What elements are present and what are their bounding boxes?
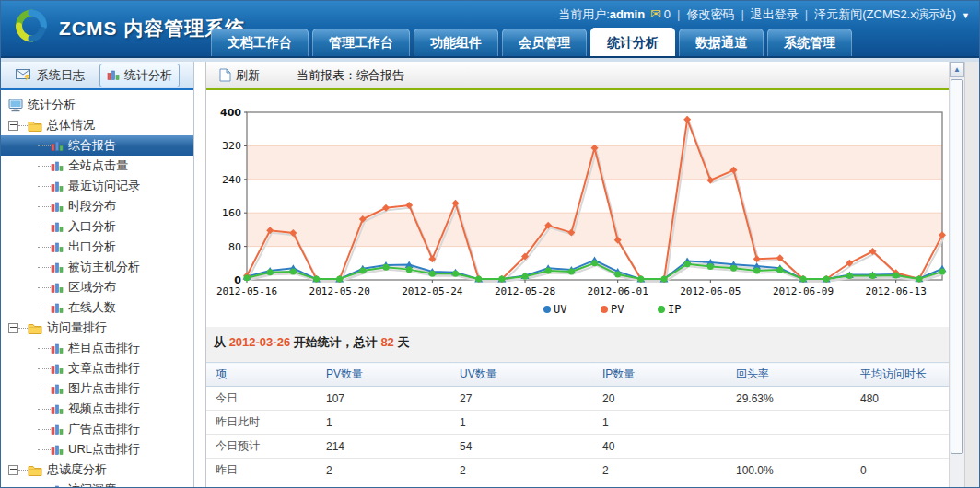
- bar-chart-icon: [51, 201, 64, 213]
- mail-log-icon: [16, 69, 32, 81]
- tree-item-区域分布[interactable]: 区域分布: [1, 277, 193, 297]
- tree-item-时段分布[interactable]: 时段分布: [1, 196, 193, 216]
- svg-text:2012-06-05: 2012-06-05: [680, 285, 741, 297]
- tree-group-忠诚度分析[interactable]: 忠诚度分析: [1, 459, 193, 480]
- tree-connector: [38, 389, 51, 389]
- zcms-window: 当前用户:admin✉0|修改密码|退出登录|泽元新闻(ZCMS2.x演示站)▼…: [0, 0, 980, 488]
- tab-会员管理[interactable]: 会员管理: [502, 29, 587, 56]
- tab-数据通道[interactable]: 数据通道: [679, 29, 764, 56]
- bar-chart-icon: [51, 403, 64, 415]
- report-chart: 0801602403204002012-05-162012-05-202012-…: [216, 103, 948, 321]
- table-header-row: 项PV数量UV数量IP数量回头率平均访问时长: [206, 363, 951, 387]
- tree-item-URL点击排行[interactable]: URL点击排行: [1, 439, 193, 459]
- tree-item-综合报告[interactable]: 综合报告: [1, 135, 193, 156]
- tree-group-总体情况[interactable]: 总体情况: [1, 115, 193, 135]
- tab-系统管理[interactable]: 系统管理: [767, 29, 852, 56]
- table-cell: 107: [317, 387, 450, 411]
- collapse-expander-icon[interactable]: [8, 465, 18, 475]
- refresh-button[interactable]: 刷新: [219, 67, 260, 84]
- tree-item-最近访问记录[interactable]: 最近访问记录: [1, 176, 193, 196]
- tree-label: URL点击排行: [68, 441, 140, 458]
- table-cell: 229: [317, 482, 450, 488]
- sidebar-toggle-系统日志[interactable]: 系统日志: [8, 64, 92, 87]
- scrollbar-thumb[interactable]: [951, 79, 963, 454]
- tree-item-入口分析[interactable]: 入口分析: [1, 216, 193, 237]
- legend-label-IP: IP: [668, 303, 681, 316]
- column-header-IP数量: IP数量: [593, 363, 727, 387]
- toggle-label: 系统日志: [37, 67, 85, 84]
- separator: |: [805, 7, 808, 21]
- tree-item-栏目点击排行[interactable]: 栏目点击排行: [1, 338, 193, 358]
- folder-icon: [28, 322, 42, 334]
- tree-label: 总体情况: [47, 117, 95, 134]
- tree-label: 最近访问记录: [68, 178, 140, 194]
- bar-chart-icon: [51, 484, 64, 488]
- vertical-scrollbar[interactable]: ▲: [949, 62, 964, 487]
- site-selector[interactable]: 泽元新闻(ZCMS2.x演示站): [814, 7, 956, 21]
- table-row-今日预计: 今日预计2145440: [206, 435, 951, 459]
- scrollbar-up-arrow[interactable]: ▲: [950, 62, 964, 77]
- tree-item-文章点击排行[interactable]: 文章点击排行: [1, 358, 193, 378]
- tree-item-全站点击量[interactable]: 全站点击量: [1, 156, 193, 176]
- table-cell: 1: [593, 411, 727, 435]
- table-cell: 40: [593, 435, 727, 459]
- logout-link[interactable]: 退出登录: [751, 7, 799, 21]
- tree-item-访问深度[interactable]: 访问深度: [1, 480, 193, 488]
- sidebar-toggle-统计分析[interactable]: 统计分析: [99, 64, 180, 87]
- separator: |: [741, 7, 743, 21]
- tree-label: 入口分析: [68, 218, 116, 235]
- bar-chart-icon: [51, 261, 64, 273]
- tree-item-图片点击排行[interactable]: 图片点击排行: [1, 378, 193, 399]
- tab-文档工作台[interactable]: 文档工作台: [211, 29, 309, 56]
- change-password-link[interactable]: 修改密码: [686, 7, 734, 21]
- bar-chart-icon: [51, 424, 64, 436]
- tab-管理工作台[interactable]: 管理工作台: [312, 29, 410, 56]
- bar-chart-icon: [107, 69, 120, 81]
- main-content: 刷新 当前报表：综合报告 0801602403204002012-05-1620…: [205, 62, 951, 487]
- bar-chart-icon: [51, 383, 64, 395]
- bar-chart-icon: [51, 140, 64, 152]
- bar-chart-icon: [51, 221, 64, 233]
- table-cell: 40.98%: [727, 482, 851, 488]
- tree-connector: [38, 348, 51, 349]
- toggle-label: 统计分析: [124, 67, 172, 84]
- table-cell: 今日预计: [206, 435, 317, 459]
- window-right-gutter: [964, 62, 979, 487]
- tab-统计分析[interactable]: 统计分析: [590, 28, 675, 56]
- tab-功能组件[interactable]: 功能组件: [414, 29, 498, 56]
- tree-item-出口分析[interactable]: 出口分析: [1, 237, 193, 257]
- table-cell: 480: [851, 387, 951, 411]
- document-icon: [219, 68, 231, 82]
- table-cell: 29.63%: [727, 387, 851, 411]
- caret-down-icon[interactable]: ▼: [962, 11, 970, 20]
- tree-root-统计分析[interactable]: 统计分析: [1, 95, 193, 115]
- stats-middle: 开始统计，总计: [294, 335, 378, 349]
- monitor-icon: [8, 99, 23, 112]
- mail-icon[interactable]: ✉: [650, 6, 661, 21]
- tree-item-广告点击排行[interactable]: 广告点击排行: [1, 419, 193, 439]
- table-cell: 1: [450, 411, 593, 435]
- tree-item-被访主机分析[interactable]: 被访主机分析: [1, 257, 193, 277]
- mail-count[interactable]: 0: [664, 7, 671, 21]
- table-cell: 昨日此时: [206, 411, 317, 435]
- content-toolbar: 刷新 当前报表：综合报告: [206, 62, 951, 90]
- collapse-expander-icon[interactable]: [8, 121, 18, 131]
- table-cell: [851, 435, 951, 459]
- tree-label: 忠诚度分析: [47, 461, 107, 478]
- table-row-昨日此时: 昨日此时111: [206, 411, 951, 435]
- tree-label: 视频点击排行: [68, 401, 140, 417]
- svg-text:80: 80: [228, 241, 241, 253]
- sidebar-toggle-bar: 系统日志统计分析: [1, 62, 193, 90]
- tree-item-在线人数[interactable]: 在线人数: [1, 297, 193, 318]
- collapse-expander-icon[interactable]: [8, 323, 18, 333]
- table-cell: 214: [317, 435, 450, 459]
- separator: |: [677, 7, 680, 21]
- bar-chart-icon: [51, 343, 64, 354]
- bar-chart-icon: [51, 444, 64, 456]
- tree-label: 出口分析: [68, 238, 116, 255]
- tree-label: 访问量排行: [47, 320, 107, 336]
- column-header-平均访问时长: 平均访问时长: [851, 363, 951, 387]
- legend-dot-IP: [658, 306, 665, 313]
- tree-group-访问量排行[interactable]: 访问量排行: [1, 318, 193, 338]
- tree-item-视频点击排行[interactable]: 视频点击排行: [1, 399, 193, 419]
